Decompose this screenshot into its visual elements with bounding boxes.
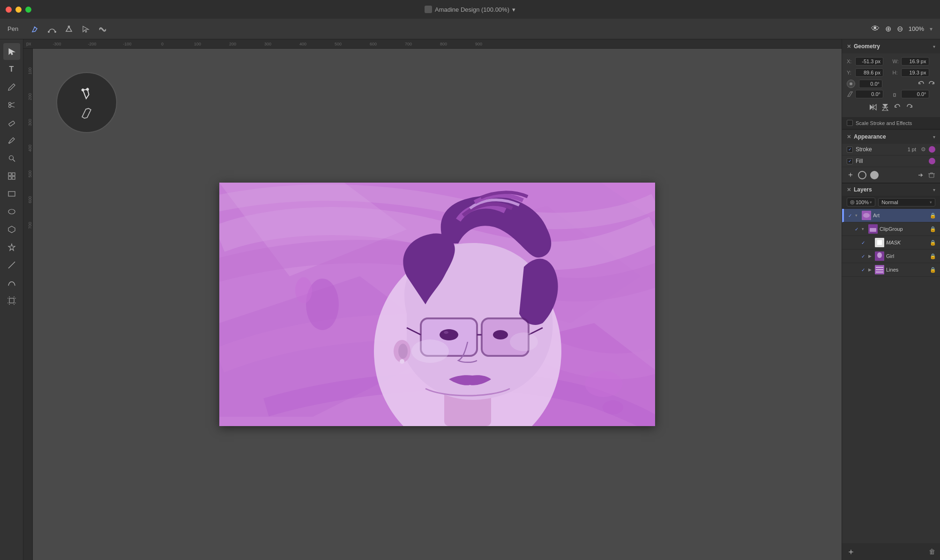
grid-tool[interactable]	[3, 168, 20, 184]
rotate-cw-icon[interactable]	[905, 103, 914, 111]
zoom-out-btn[interactable]: ⊖	[897, 24, 903, 33]
text-tool[interactable]: T	[3, 61, 20, 78]
arrow-icon[interactable]	[917, 171, 924, 179]
line-tool[interactable]	[3, 257, 20, 273]
mask-lock-icon[interactable]: 🔒	[930, 240, 936, 246]
lines-expand-arrow[interactable]: ▶	[868, 267, 873, 272]
geo-h-value[interactable]: 19.3 px	[901, 68, 929, 77]
layers-close-icon[interactable]: ✕	[847, 187, 851, 193]
redo-transform-icon[interactable]	[928, 80, 935, 88]
undo-transform-icon[interactable]	[918, 80, 925, 88]
geometry-close-icon[interactable]: ✕	[847, 44, 851, 50]
arrow-select-btn[interactable]	[80, 23, 91, 35]
zoom-dropdown[interactable]: ▾	[930, 26, 933, 32]
add-layer-btn[interactable]: ＋	[847, 546, 855, 557]
pen-tool-btn[interactable]	[30, 23, 41, 35]
flip-v-icon[interactable]	[881, 103, 889, 111]
maximize-button[interactable]	[25, 7, 31, 13]
artwork-canvas[interactable]	[219, 183, 655, 426]
layer-item-girl[interactable]: ✓ ▶ Girl 🔒	[842, 250, 940, 263]
fill-shape-btn[interactable]	[870, 171, 879, 179]
blend-mode-select[interactable]: Normal ▾	[878, 198, 935, 206]
eyedropper-tool[interactable]	[3, 132, 20, 149]
stroke-gear-icon[interactable]: ⚙	[921, 146, 926, 153]
ellipse-tool[interactable]	[3, 203, 20, 220]
trash-icon[interactable]	[928, 171, 935, 179]
appearance-close-icon[interactable]: ✕	[847, 134, 851, 140]
geo-y-value[interactable]: 89.6 px	[855, 68, 883, 77]
pen-icon-large[interactable]	[74, 80, 99, 105]
girl-visibility-check[interactable]: ✓	[860, 253, 866, 259]
canvas-scroll[interactable]	[33, 49, 842, 560]
opacity-display[interactable]: ◎ 100% ▾	[847, 198, 875, 206]
girl-expand-arrow[interactable]: ▶	[868, 254, 873, 258]
zoom-in-btn[interactable]: ⊕	[885, 24, 891, 33]
artboard-tool[interactable]	[3, 292, 20, 309]
geometry-expand[interactable]: ▾	[933, 43, 935, 50]
rect-tool[interactable]	[3, 185, 20, 202]
layer-item-clipgroup[interactable]: ✓ ▾ ClipGroup 🔒	[842, 222, 940, 236]
add-appearance-btn[interactable]: ＋	[847, 170, 854, 180]
clipgroup-lock-icon[interactable]: 🔒	[930, 226, 936, 232]
eraser-icon-large[interactable]	[78, 105, 96, 124]
mask-visibility-check[interactable]: ✓	[860, 239, 866, 246]
rotate-ccw-icon[interactable]	[893, 103, 902, 111]
layers-header[interactable]: ✕ Layers ▾	[842, 184, 940, 196]
geo-w-value[interactable]: 16.9 px	[901, 57, 929, 66]
art-expand-arrow[interactable]: ▾	[855, 213, 860, 218]
wave-tool-btn[interactable]	[97, 23, 108, 35]
rotation-value[interactable]: 0.0°	[859, 80, 882, 88]
appearance-header[interactable]: ✕ Appearance ▾	[842, 130, 940, 144]
lines-lock-icon[interactable]: 🔒	[930, 267, 936, 273]
corner-icon	[893, 91, 899, 97]
stroke-shape-btn[interactable]	[858, 171, 866, 179]
star-tool[interactable]	[3, 239, 20, 256]
art-lock-icon[interactable]: 🔒	[930, 213, 936, 219]
svg-point-9	[8, 142, 10, 144]
close-button[interactable]	[6, 7, 12, 13]
scissors-tool[interactable]	[3, 96, 20, 113]
appearance-expand[interactable]: ▾	[933, 133, 935, 140]
lines-visibility-check[interactable]: ✓	[860, 266, 866, 273]
fill-color-swatch[interactable]	[929, 158, 935, 164]
stroke-value[interactable]: 1 pt	[908, 147, 916, 152]
arrow-tool[interactable]	[3, 43, 20, 60]
shear-value[interactable]: 0.0°	[855, 90, 883, 98]
svg-point-46	[411, 339, 449, 363]
layers-expand[interactable]: ▾	[933, 186, 935, 193]
zoom-tool[interactable]	[3, 150, 20, 167]
eraser-tool[interactable]	[3, 114, 20, 131]
rotation-knob[interactable]	[847, 80, 855, 88]
corner-value[interactable]: 0.0°	[901, 90, 929, 98]
stroke-checkbox[interactable]: ✓	[847, 147, 853, 153]
stroke-color-swatch[interactable]	[929, 146, 935, 153]
geo-x-value[interactable]: -51.3 px	[855, 57, 883, 66]
geometry-title: Geometry	[854, 43, 880, 50]
art-visibility-check[interactable]: ✓	[847, 212, 853, 219]
bezier-tool-btn[interactable]	[46, 23, 58, 35]
pencil-tool[interactable]	[3, 79, 20, 96]
scale-stroke-checkbox[interactable]	[847, 120, 853, 126]
svg-point-30	[81, 88, 85, 92]
layer-item-lines[interactable]: ✓ ▶ Lines 🔒	[842, 263, 940, 277]
curve-tool[interactable]	[3, 274, 20, 291]
ruler-horizontal: px -300 -200 -100 0 100 200 300 400 500 …	[23, 39, 842, 49]
opacity-dropdown[interactable]: ▾	[870, 200, 872, 205]
anchor-edit-btn[interactable]	[63, 23, 75, 35]
visibility-toggle[interactable]: 👁	[871, 24, 880, 34]
blend-dropdown-icon[interactable]: ▾	[930, 200, 932, 205]
clipgroup-visibility-check[interactable]: ✓	[853, 226, 860, 232]
blend-mode-value: Normal	[881, 199, 898, 205]
girl-lock-icon[interactable]: 🔒	[930, 253, 936, 259]
minimize-button[interactable]	[15, 7, 22, 13]
fill-checkbox[interactable]: ✓	[847, 158, 853, 164]
opacity-value[interactable]: 100%	[856, 199, 869, 205]
layer-item-mask[interactable]: ✓ MASK 🔒	[842, 236, 940, 250]
layer-item-art[interactable]: ✓ ▾ Art 🔒	[842, 209, 940, 222]
geometry-header[interactable]: ✕ Geometry ▾	[842, 39, 940, 53]
flip-h-icon[interactable]	[869, 103, 877, 111]
delete-layer-btn[interactable]: 🗑	[929, 548, 935, 555]
polygon-tool[interactable]	[3, 221, 20, 238]
window-title: Amadine Design (100.00%) ▾	[425, 6, 515, 13]
clipgroup-expand-arrow[interactable]: ▾	[862, 227, 866, 231]
